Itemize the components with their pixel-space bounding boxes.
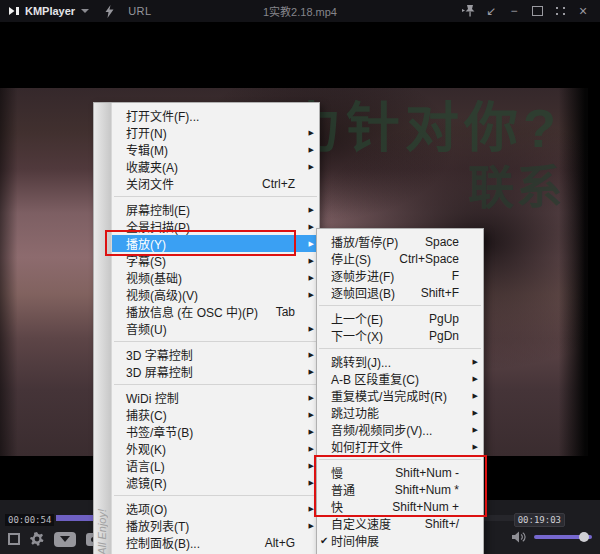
play-submenu-item[interactable]: 音频/视频同步(V)...▶ (317, 421, 483, 438)
play-submenu-item[interactable]: 快Shift+Num + (317, 498, 483, 515)
window-controls: ↙ − × (461, 0, 590, 22)
submenu-arrow-icon: ▶ (473, 409, 478, 417)
main-menu-item[interactable]: 视频(基础)▶ (112, 269, 319, 286)
menu-separator (319, 348, 481, 349)
submenu-arrow-icon: ▶ (473, 426, 478, 434)
menu-item-label: 播放(Y) (126, 235, 166, 252)
minimize-button[interactable]: − (507, 0, 521, 22)
play-submenu-list: 播放/暂停(P)Space停止(S)Ctrl+Space逐帧步进(F)F逐帧回退… (317, 229, 483, 553)
menu-item-shortcut: Shift+Num - (395, 466, 459, 480)
submenu-arrow-icon: ▶ (473, 375, 478, 383)
menu-item-shortcut: Ctrl+Z (262, 177, 295, 191)
play-submenu-item[interactable]: 逐帧步进(F)F (317, 267, 483, 284)
menu-separator (114, 341, 317, 342)
menu-item-shortcut: Shift+Num * (395, 483, 459, 497)
main-menu-item[interactable]: 控制面板(B)...Alt+G (112, 534, 319, 551)
submenu-arrow-icon: ▶ (309, 129, 314, 137)
url-button[interactable]: URL (128, 5, 152, 17)
close-button[interactable]: × (576, 0, 590, 22)
play-submenu-item[interactable]: 如何打开文件▶ (317, 438, 483, 455)
maximize-button[interactable] (530, 0, 544, 22)
play-submenu-item[interactable]: 下一个(X)PgDn (317, 327, 483, 344)
submenu-arrow-icon: ▶ (309, 163, 314, 171)
play-submenu-item[interactable]: 停止(S)Ctrl+Space (317, 250, 483, 267)
menu-separator (114, 196, 317, 197)
play-submenu-item[interactable]: ✔时间伸展 (317, 532, 483, 549)
menu-item-label: 音频(U) (126, 320, 167, 337)
submenu-arrow-icon: ▶ (309, 240, 314, 248)
menu-item-label: 逐帧回退(B) (331, 284, 395, 301)
main-menu-item[interactable]: 打开文件(F)... (112, 107, 319, 124)
speaker-icon[interactable] (512, 531, 527, 543)
kmplayer-window: KMPlayer URL 1实教2.18.mp4 ↙ − × 力针对你? 联系 … (0, 0, 600, 554)
menu-item-label: 播放信息 (在 OSC 中)(P) (126, 303, 258, 320)
play-submenu-item[interactable]: 跳过功能▶ (317, 404, 483, 421)
menu-item-label: 逐帧步进(F) (331, 267, 394, 284)
play-submenu-item[interactable]: 逐帧回退(B)Shift+F (317, 284, 483, 301)
play-submenu-item[interactable]: 自定义速度Shift+/ (317, 515, 483, 532)
main-menu-item[interactable]: 外观(K)▶ (112, 440, 319, 457)
main-menu-item[interactable]: 选项(O)▶ (112, 500, 319, 517)
lightning-icon[interactable] (105, 5, 114, 18)
main-menu-item[interactable]: 视频(高级)(V)▶ (112, 286, 319, 303)
main-menu-item[interactable]: 关闭文件Ctrl+Z (112, 175, 319, 192)
menu-item-label: 3D 屏幕控制 (126, 363, 193, 380)
menu-brand-strip: KMPlayer We All Enjoy! (94, 103, 112, 554)
main-menu-list: 打开文件(F)...打开(N)▶专辑(M)▶收藏夹(A)▶关闭文件Ctrl+Z屏… (112, 103, 319, 554)
volume-slider[interactable] (534, 535, 592, 539)
main-menu-item[interactable]: 3D 字幕控制▶ (112, 346, 319, 363)
menu-item-label: 字幕(S) (126, 252, 166, 269)
menu-item-label: 滤镜(R) (126, 474, 167, 491)
submenu-arrow-icon: ▶ (309, 445, 314, 453)
play-submenu-item[interactable]: 跳转到(J)...▶ (317, 353, 483, 370)
main-menu-item[interactable]: 播放(Y)▶ (112, 235, 319, 252)
submenu-arrow-icon: ▶ (309, 291, 314, 299)
main-menu-item[interactable]: 播放列表(T)▶ (112, 517, 319, 534)
main-menu-item[interactable]: 字幕(S)▶ (112, 252, 319, 269)
main-menu-item[interactable]: 收藏夹(A)▶ (112, 158, 319, 175)
play-submenu-item[interactable]: 上一个(E)PgUp (317, 310, 483, 327)
submenu-arrow-icon: ▶ (309, 428, 314, 436)
menu-separator (114, 495, 317, 496)
main-menu-item[interactable]: WiDi 控制▶ (112, 389, 319, 406)
submenu-arrow-icon: ▶ (473, 443, 478, 451)
kmplayer-logo-icon (8, 6, 20, 16)
main-menu-item[interactable]: 打开(N)▶ (112, 124, 319, 141)
menu-item-label: 3D 字幕控制 (126, 346, 193, 363)
fullscreen-icon (556, 7, 565, 15)
stop-icon[interactable] (8, 533, 20, 545)
app-menu-button[interactable]: KMPlayer (25, 5, 75, 17)
main-menu-item[interactable]: 音频(U)▶ (112, 320, 319, 337)
menu-item-label: A-B 区段重复(C) (331, 370, 419, 387)
pin-on-top-icon[interactable] (461, 0, 475, 22)
play-submenu-item[interactable]: 播放/暂停(P)Space (317, 233, 483, 250)
main-menu-item[interactable]: 全景扫描(P)▶ (112, 218, 319, 235)
main-menu-item[interactable]: 3D 屏幕控制▶ (112, 363, 319, 380)
settings-gear-icon[interactable] (30, 532, 44, 546)
volume-slider-knob[interactable] (579, 532, 589, 542)
menu-item-label: 普通 (331, 481, 355, 498)
play-submenu-item[interactable]: 慢Shift+Num - (317, 464, 483, 481)
chevron-down-icon[interactable] (81, 9, 89, 13)
main-menu-item[interactable]: 播放信息 (在 OSC 中)(P)Tab (112, 303, 319, 320)
main-menu-item[interactable]: 捕获(C)▶ (112, 406, 319, 423)
compact-mode-icon[interactable]: ↙ (484, 0, 498, 22)
menu-item-label: 时间伸展 (331, 532, 379, 549)
play-submenu-item[interactable]: 重复模式/当完成时(R)▶ (317, 387, 483, 404)
main-menu-item[interactable]: 语言(L)▶ (112, 457, 319, 474)
main-menu-item[interactable]: 书签/章节(B)▶ (112, 423, 319, 440)
fullscreen-button[interactable] (553, 0, 567, 22)
play-submenu-item[interactable]: A-B 区段重复(C)▶ (317, 370, 483, 387)
menu-item-shortcut: Alt+G (265, 536, 295, 550)
main-menu-item[interactable]: 专辑(M)▶ (112, 141, 319, 158)
download-panel-icon[interactable] (54, 532, 76, 547)
menu-item-label: 关闭文件 (126, 175, 174, 192)
menu-item-label: 播放列表(T) (126, 517, 189, 534)
submenu-arrow-icon: ▶ (309, 351, 314, 359)
main-menu-item[interactable]: 滤镜(R)▶ (112, 474, 319, 491)
main-menu-item[interactable]: 屏幕控制(E)▶ (112, 201, 319, 218)
menu-item-label: 全景扫描(P) (126, 218, 190, 235)
submenu-arrow-icon: ▶ (309, 505, 314, 513)
menu-item-label: 打开文件(F)... (126, 107, 199, 124)
play-submenu-item[interactable]: 普通Shift+Num * (317, 481, 483, 498)
